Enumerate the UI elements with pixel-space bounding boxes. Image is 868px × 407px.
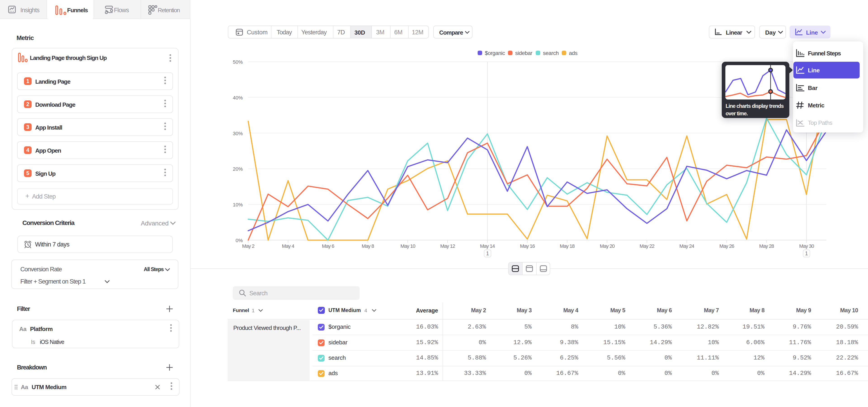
svg-text:May 26: May 26 [719, 243, 735, 249]
svg-text:May 16: May 16 [520, 243, 535, 249]
svg-text:30%: 30% [233, 131, 243, 136]
svg-text:May 30: May 30 [799, 243, 814, 249]
svg-text:May 28: May 28 [759, 243, 774, 249]
svg-text:May 8: May 8 [362, 243, 374, 249]
svg-text:10%: 10% [233, 202, 243, 208]
svg-text:May 2: May 2 [242, 243, 254, 249]
svg-text:May 22: May 22 [640, 243, 655, 249]
svg-text:May 10: May 10 [401, 243, 415, 249]
svg-text:May 12: May 12 [440, 243, 455, 249]
svg-text:20%: 20% [233, 166, 243, 172]
svg-text:40%: 40% [233, 95, 243, 101]
svg-text:0%: 0% [236, 238, 243, 243]
svg-text:May 4: May 4 [282, 243, 294, 249]
svg-text:May 14: May 14 [480, 243, 495, 249]
svg-text:May 6: May 6 [322, 243, 334, 249]
svg-text:May 24: May 24 [680, 243, 694, 249]
svg-text:50%: 50% [233, 59, 243, 65]
svg-text:May 18: May 18 [560, 243, 575, 249]
svg-text:May 20: May 20 [600, 243, 615, 249]
